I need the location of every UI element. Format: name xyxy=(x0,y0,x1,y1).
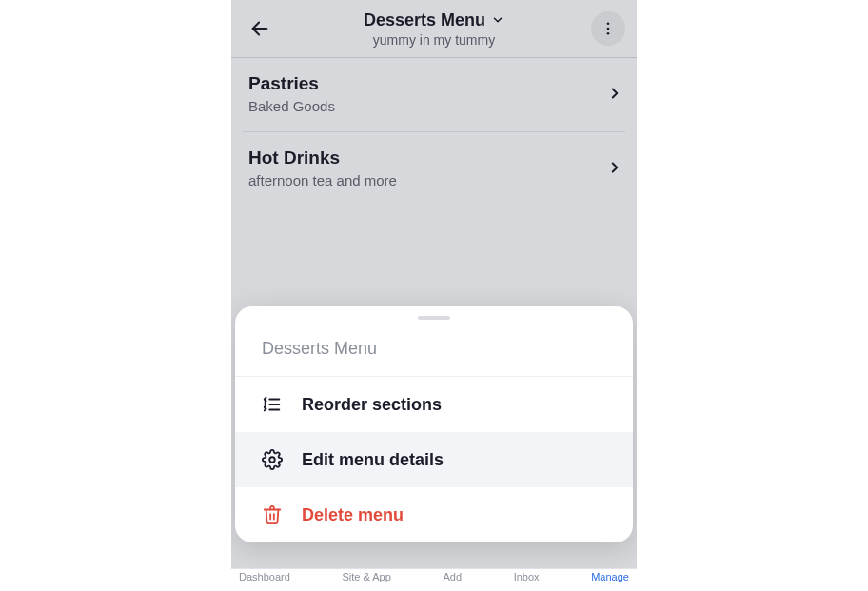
sheet-item-edit-menu-details[interactable]: Edit menu details xyxy=(235,432,633,487)
bottom-nav: Dashboard Site & App Add Inbox Manage xyxy=(231,568,637,591)
section-row[interactable]: Hot Drinks afternoon tea and more xyxy=(231,132,637,206)
sheet-item-label: Reorder sections xyxy=(302,395,442,415)
arrow-left-icon xyxy=(249,18,270,39)
nav-item-inbox[interactable]: Inbox xyxy=(514,571,540,582)
gear-icon xyxy=(262,449,283,470)
sheet-title: Desserts Menu xyxy=(235,320,633,376)
chevron-right-icon xyxy=(606,85,623,102)
kebab-icon xyxy=(600,20,617,37)
chevron-down-icon xyxy=(491,13,504,27)
action-sheet: Desserts Menu Reorder sections xyxy=(235,306,633,542)
section-subtitle: afternoon tea and more xyxy=(248,172,620,188)
sheet-item-label: Edit menu details xyxy=(302,450,444,470)
reorder-icon xyxy=(262,394,283,415)
header-title: Desserts Menu xyxy=(364,10,485,30)
sheet-item-delete-menu[interactable]: Delete menu xyxy=(235,487,633,542)
sheet-item-reorder-sections[interactable]: Reorder sections xyxy=(235,377,633,432)
sheet-item-label: Delete menu xyxy=(302,505,404,525)
chevron-right-icon xyxy=(606,159,623,176)
header-title-dropdown[interactable]: Desserts Menu xyxy=(364,10,504,30)
section-subtitle: Baked Goods xyxy=(248,98,620,114)
nav-item-manage[interactable]: Manage xyxy=(591,571,629,582)
svg-point-3 xyxy=(607,32,610,35)
more-options-button[interactable] xyxy=(591,11,625,46)
section-title: Hot Drinks xyxy=(248,148,620,168)
header-subtitle: yummy in my tummy xyxy=(364,32,504,48)
nav-item-dashboard[interactable]: Dashboard xyxy=(239,571,290,582)
nav-item-site-app[interactable]: Site & App xyxy=(342,571,390,582)
header: Desserts Menu yummy in my tummy xyxy=(231,0,637,57)
svg-point-2 xyxy=(607,28,610,30)
app-screen: Desserts Menu yummy in my tummy Pastries… xyxy=(231,0,637,591)
section-row[interactable]: Pastries Baked Goods xyxy=(231,58,637,131)
svg-point-1 xyxy=(607,22,610,25)
section-title: Pastries xyxy=(248,73,620,94)
nav-item-add[interactable]: Add xyxy=(443,571,462,582)
svg-point-8 xyxy=(269,457,275,463)
back-button[interactable] xyxy=(245,13,275,44)
trash-icon xyxy=(262,504,283,525)
